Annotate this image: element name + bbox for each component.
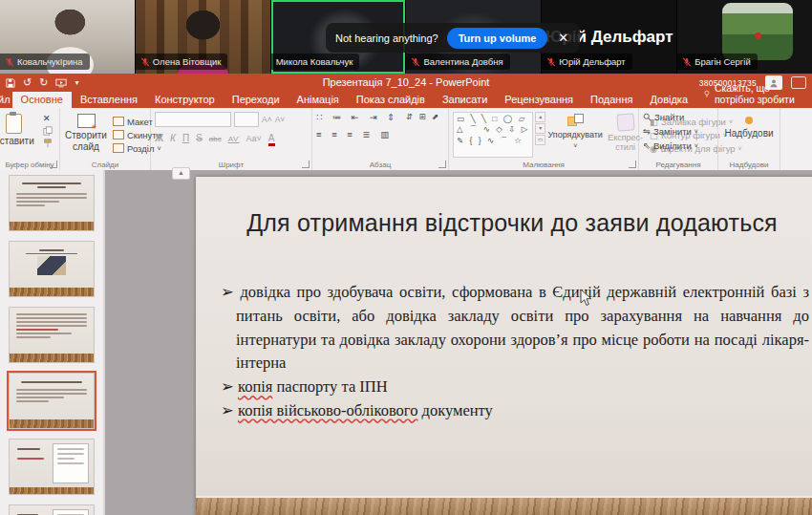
tab-animations[interactable]: Анімація: [288, 92, 348, 108]
turn-up-volume-button[interactable]: Turn up volume: [447, 28, 548, 49]
text-shadow-button[interactable]: abc: [209, 135, 222, 143]
magnifier-icon: [643, 113, 652, 121]
addins-button[interactable]: Надбудови: [722, 112, 776, 141]
slide-title[interactable]: Для отримання відстрочки до заяви додают…: [224, 209, 800, 237]
tab-record[interactable]: Записати: [434, 92, 496, 108]
drawing-dialog-launcher[interactable]: [629, 161, 636, 168]
paragraph-row1-icons[interactable]: ∷ ≔ ⇤ ⇥ ⇕: [316, 112, 398, 124]
shapes-gallery[interactable]: ▭ ╲ ╲ □ ◯ ▱ △ ⌒ ∿ ◇ ⇩ ▷ ✎ { } ∿ ⌒ ☆: [453, 112, 533, 158]
character-spacing-button[interactable]: АѴ: [228, 135, 240, 143]
participant-name-tag: Брагін Сергій: [677, 54, 758, 70]
shapes-gallery-scrollbar[interactable]: ▴▾▭: [535, 112, 545, 158]
underline-button[interactable]: П: [182, 133, 189, 143]
copy-icon[interactable]: [43, 126, 53, 136]
paragraph-dialog-launcher[interactable]: [438, 161, 446, 168]
tab-help[interactable]: Довідка: [641, 92, 696, 108]
change-case-button[interactable]: Аа˅: [246, 134, 261, 143]
quick-styles-icon: [616, 113, 634, 131]
misspelled-text: копія: [238, 377, 272, 396]
slide-thumbnail-4-selected[interactable]: [10, 374, 94, 428]
replace-button[interactable]: ⇋Замінити˅: [643, 126, 714, 137]
shrink-font-icon[interactable]: А˅: [275, 115, 286, 124]
slide-thumbnail-1[interactable]: [10, 176, 94, 230]
slide-editing-area: Для отримання відстрочки до заяви додают…: [105, 170, 812, 515]
participant-name: Брагін Сергій: [694, 56, 751, 67]
thumbnail-document-image: [53, 509, 89, 515]
format-painter-icon[interactable]: [43, 139, 53, 148]
font-color-button[interactable]: А: [268, 134, 275, 146]
participant-name: Валентина Довбня: [423, 56, 502, 67]
slide-body-text[interactable]: ➢ довідка про здобувача освіти, сформова…: [221, 281, 809, 423]
new-slide-button[interactable]: Створити слайд: [64, 112, 108, 158]
slide-thumbnail-3[interactable]: [10, 308, 94, 362]
participant-name: Микола Ковальчук: [276, 56, 353, 67]
layout-icon: [113, 117, 124, 126]
clipboard-group: Вставити ✕ Буфер обміну: [0, 108, 60, 170]
bullet-marker: ➢: [221, 401, 234, 419]
bullet-marker: ➢: [221, 283, 234, 301]
ribbon-tab-bar: Файл Основне Вставлення Конструктор Пере…: [0, 92, 812, 108]
bullet-item: ➢ копія паспорту та ІПН: [221, 376, 809, 399]
slide-thumbnail-pane[interactable]: [0, 170, 105, 515]
tab-design[interactable]: Конструктор: [146, 92, 224, 108]
slide-thumbnail-5[interactable]: [10, 440, 94, 494]
slides-group: Створити слайд Макет˅ Скинути Розділ˅ Сл…: [60, 108, 151, 170]
bullet-item: ➢ довідка про здобувача освіти, сформова…: [221, 281, 809, 376]
font-size-box[interactable]: [234, 112, 259, 127]
participant-name-tag: Юрій Дельфарт: [542, 54, 631, 70]
mic-off-icon: [546, 57, 556, 67]
font-name-box[interactable]: [155, 112, 231, 127]
bold-button[interactable]: Ж: [155, 133, 163, 143]
current-slide-canvas[interactable]: Для отримання відстрочки до заяви додают…: [196, 177, 812, 515]
new-slide-icon: [77, 114, 96, 128]
arrange-icon: [567, 114, 584, 128]
paragraph-row2-icons[interactable]: ≡ ≡ ≡ ≣ ▥: [316, 129, 398, 141]
editing-group: Знайти ⇋Замінити˅ ⇖Виділити˅ Редагування: [639, 108, 718, 170]
thumbnail-floor-image: [10, 419, 94, 428]
paragraph-extra-icons[interactable]: ⇵ ⊞ ⬈: [406, 112, 440, 141]
select-button[interactable]: ⇖Виділити˅: [643, 140, 714, 151]
participant-name-tag: Валентина Довбня: [406, 54, 509, 70]
tab-slideshow[interactable]: Показ слайдів: [348, 92, 434, 108]
tab-transitions[interactable]: Переходи: [224, 92, 288, 108]
collapse-ribbon-button[interactable]: ▲: [172, 167, 190, 180]
font-dialog-launcher[interactable]: [302, 161, 310, 168]
paste-icon: [6, 114, 22, 134]
tell-me-label: Скажіть, що потрібно зробити: [715, 82, 804, 105]
slide-floor-image: [196, 496, 812, 515]
clipboard-dialog-launcher[interactable]: [50, 161, 57, 168]
slide-thumbnail-2[interactable]: [10, 242, 94, 296]
tab-file[interactable]: Файл: [0, 92, 12, 108]
bullet-item: ➢ копія військово-облікового документу: [221, 399, 809, 423]
tell-me-box[interactable]: Скажіть, що потрібно зробити: [696, 80, 812, 108]
thumbnail-floor-image: [10, 288, 94, 296]
participant-tile[interactable]: КовальчукІрина: [0, 0, 135, 74]
participant-name-tag: Олена Вітовщик: [136, 54, 228, 70]
slide-thumbnail-6[interactable]: [10, 505, 94, 515]
participant-tile[interactable]: Олена Вітовщик: [136, 0, 270, 74]
tab-review[interactable]: Рецензування: [496, 92, 582, 108]
font-group: А˄ А˅ Ж К П S abc АѴ Аа˅ А Шрифт: [151, 108, 312, 170]
tab-home[interactable]: Основне: [12, 92, 72, 108]
grow-font-icon[interactable]: А˄: [262, 115, 272, 124]
participant-tile-avatar[interactable]: Брагін Сергій: [677, 0, 812, 74]
ribbon-spacer: [780, 108, 812, 170]
toast-close-icon[interactable]: ✕: [556, 31, 570, 45]
participant-avatar-photo: [722, 3, 793, 60]
tab-view[interactable]: Подання: [582, 92, 641, 108]
meeting-video-strip: КовальчукІрина Олена Вітовщик Микола Ков…: [0, 0, 812, 74]
cut-button[interactable]: ✕: [43, 113, 53, 123]
replace-icon: ⇋: [643, 126, 651, 137]
italic-button[interactable]: К: [170, 133, 176, 143]
participant-name: Олена Вітовщик: [153, 56, 222, 67]
find-button[interactable]: Знайти: [643, 112, 714, 122]
paste-button[interactable]: Вставити: [0, 112, 37, 149]
audio-toast: Not hearing anything? Turn up volume ✕: [326, 23, 580, 53]
tab-insert[interactable]: Вставлення: [72, 92, 146, 108]
toast-message: Not hearing anything?: [335, 32, 438, 44]
strikethrough-button[interactable]: S: [196, 133, 203, 143]
arrange-button[interactable]: Упорядкувати˅: [549, 112, 601, 158]
thumbnail-document-image: [53, 443, 89, 483]
mic-off-icon: [411, 57, 420, 67]
reset-icon: [113, 130, 124, 139]
